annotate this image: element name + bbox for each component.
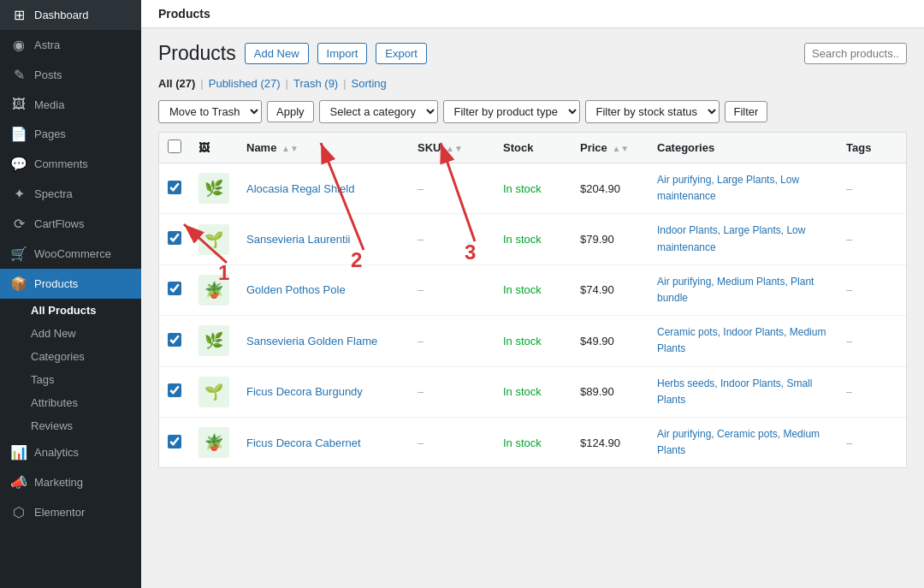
th-sku[interactable]: SKU ▲▼ [409,133,495,163]
row-stock-cell: In stock [495,163,572,214]
page-title-row: Products Add New Import Export [158,42,907,65]
row-categories-cell: Air purifying, Ceramic pots, Medium Plan… [649,417,838,467]
sidebar-item-label: Posts [34,68,62,81]
row-checkbox[interactable] [168,435,181,448]
cartflows-icon: ⟳ [10,216,27,232]
th-price[interactable]: Price ▲▼ [572,133,649,163]
sidebar-item-products[interactable]: 📦 Products [0,269,141,299]
th-categories: Categories [649,133,838,163]
apply-button[interactable]: Apply [267,101,314,122]
tags-value: – [846,182,852,195]
row-name-cell: Sansevieria Laurentii [238,214,409,264]
posts-icon: ✎ [10,67,27,83]
product-type-select[interactable]: Filter by product type [443,100,580,123]
sidebar-item-cartflows[interactable]: ⟳ CartFlows [0,209,141,239]
sidebar-item-pages[interactable]: 📄 Pages [0,119,141,149]
row-checkbox[interactable] [168,282,181,295]
bulk-action-select[interactable]: Move to Trash [158,100,262,123]
sidebar-item-posts[interactable]: ✎ Posts [0,60,141,90]
row-price-cell: $89.90 [572,366,649,417]
media-icon: 🖼 [10,97,27,112]
row-stock-cell: In stock [495,417,572,467]
product-thumbnail: 🌱 [198,224,229,255]
products-icon: 📦 [10,276,27,292]
row-checkbox[interactable] [168,383,181,397]
import-button[interactable]: Import [317,43,368,64]
sidebar-item-dashboard[interactable]: ⊞ Dashboard [0,0,141,30]
product-name-link[interactable]: Sansevieria Laurentii [246,233,350,246]
product-name-link[interactable]: Ficus Decora Cabernet [246,437,361,449]
sidebar-item-label: CartFlows [34,217,85,230]
product-name-link[interactable]: Ficus Decora Burgundy [246,385,363,398]
categories-value: Air purifying, Ceramic pots, Medium Plan… [657,428,820,456]
sidebar-item-label: Analytics [34,446,79,459]
sidebar-item-woocommerce[interactable]: 🛒 WooCommerce [0,239,141,269]
row-image-cell: 🌱 [190,366,238,417]
main-header-title: Products [158,7,210,21]
main-header: Products [141,0,924,28]
row-tags-cell: – [838,214,906,264]
sidebar-item-astra[interactable]: ◉ Astra [0,30,141,60]
row-name-cell: Alocasia Regal Shield [238,163,409,214]
sidebar-sub-item-categories[interactable]: Categories [0,345,141,368]
category-select[interactable]: Select a category [319,100,438,123]
sidebar-sub-item-all-products[interactable]: All Products [0,299,141,322]
row-checkbox[interactable] [168,181,181,194]
main-content: Products Add New Import Export All (27) … [141,28,924,482]
sidebar-sub-item-add-new[interactable]: Add New [0,322,141,345]
filter-button[interactable]: Filter [725,101,768,122]
stock-status: In stock [503,335,542,347]
sidebar-sub-item-attributes[interactable]: Attributes [0,391,141,414]
price-value: $74.90 [580,283,614,296]
sidebar-item-label: Comments [34,157,88,170]
th-name[interactable]: Name ▲▼ [238,133,409,163]
sidebar-item-label: Dashboard [34,9,89,21]
stock-status: In stock [503,283,542,296]
select-all-checkbox[interactable] [168,140,181,153]
sidebar-item-label: Spectra [34,187,73,200]
sidebar-item-spectra[interactable]: ✦ Spectra [0,179,141,209]
filter-tab-published[interactable]: Published (27) [209,75,281,92]
product-name-link[interactable]: Golden Pothos Pole [246,283,346,296]
sidebar-sub-item-reviews[interactable]: Reviews [0,414,141,437]
table-row: 🌿 Alocasia Regal Shield – In stock $204.… [159,163,906,214]
add-new-button[interactable]: Add New [245,43,309,64]
sidebar-item-elementor[interactable]: ⬡ Elementor [0,497,141,527]
products-table-wrap: 🖼 Name ▲▼ SKU ▲▼ Stock Price ▲▼ Categori… [158,132,907,468]
table-row: 🌿 Sansevieria Golden Flame – In stock $4… [159,316,906,366]
row-sku-cell: – [409,214,495,264]
export-button[interactable]: Export [376,43,427,64]
marketing-icon: 📣 [10,474,27,490]
row-price-cell: $79.90 [572,214,649,264]
sidebar-item-media[interactable]: 🖼 Media [0,90,141,119]
stock-status-select[interactable]: Filter by stock status [585,100,720,123]
product-name-link[interactable]: Sansevieria Golden Flame [246,335,377,347]
row-checkbox[interactable] [168,333,181,347]
filter-tab-trash[interactable]: Trash (9) [293,75,338,92]
sidebar-item-comments[interactable]: 💬 Comments [0,149,141,179]
row-checkbox-cell [159,264,190,315]
table-row: 🪴 Golden Pothos Pole – In stock $74.90 A… [159,264,906,315]
categories-value: Indoor Plants, Large Plants, Low mainten… [657,224,805,252]
row-categories-cell: Ceramic pots, Indoor Plants, Medium Plan… [649,316,838,366]
sidebar-item-marketing[interactable]: 📣 Marketing [0,467,141,497]
sku-value: – [418,437,424,449]
table-row: 🌱 Ficus Decora Burgundy – In stock $89.9… [159,366,906,417]
sidebar-item-label: Products [34,277,78,290]
toolbar-container: Move to Trash Apply Select a category Fi… [158,100,907,123]
row-checkbox-cell [159,163,190,214]
product-name-link[interactable]: Alocasia Regal Shield [246,182,354,195]
sidebar-sub-item-tags[interactable]: Tags [0,368,141,391]
row-sku-cell: – [409,366,495,417]
pages-icon: 📄 [10,126,27,142]
elementor-icon: ⬡ [10,504,27,520]
product-thumbnail: 🌱 [198,377,229,407]
row-price-cell: $49.90 [572,316,649,366]
row-stock-cell: In stock [495,264,572,315]
sidebar-item-analytics[interactable]: 📊 Analytics [0,437,141,467]
filter-tab-all[interactable]: All (27) [158,75,195,92]
filter-tab-sorting[interactable]: Sorting [352,75,387,92]
row-checkbox[interactable] [168,231,181,245]
sku-value: – [418,233,424,246]
search-input[interactable] [804,43,907,64]
